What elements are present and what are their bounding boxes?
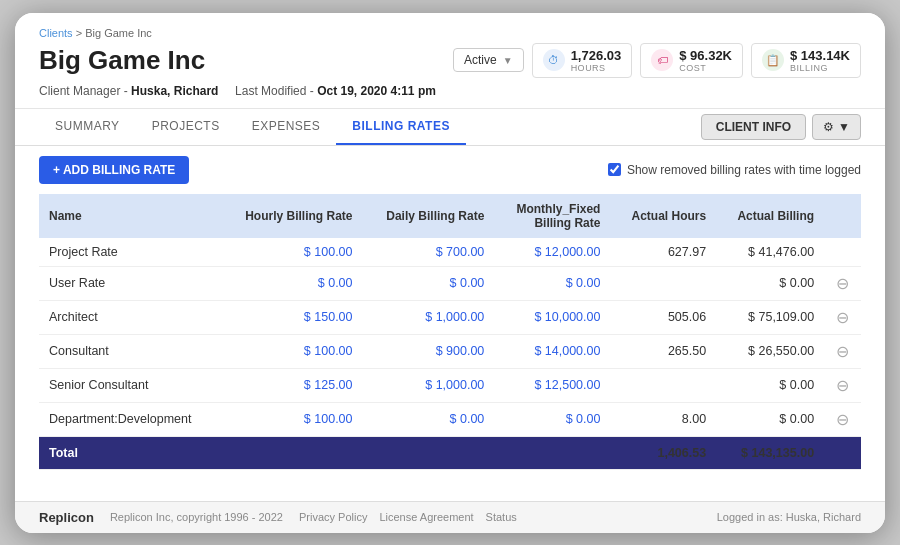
billing-label: BILLING [790, 63, 850, 73]
hours-label: HOURS [571, 63, 622, 73]
cell-actual-hours: 265.50 [610, 334, 716, 368]
tab-summary[interactable]: SUMMARY [39, 109, 136, 145]
header-stats: Active ▼ ⏱ 1,726.03 HOURS 🏷 $ 96.32K [453, 43, 861, 78]
cell-monthly-fixed: $ 12,500.00 [494, 368, 610, 402]
client-title: Big Game Inc [39, 45, 205, 76]
cell-daily: $ 1,000.00 [363, 300, 495, 334]
total-label: Total [39, 436, 220, 469]
breadcrumb-clients-link[interactable]: Clients [39, 27, 73, 39]
toolbar: + ADD BILLING RATE Show removed billing … [15, 146, 885, 194]
remove-icon[interactable]: ⊖ [824, 266, 861, 300]
tab-actions: CLIENT INFO ⚙ ▼ [701, 114, 861, 140]
tab-billing-rates[interactable]: BILLING RATES [336, 109, 466, 145]
footer-privacy-link[interactable]: Privacy Policy [299, 511, 367, 523]
total-hourly-empty [220, 436, 362, 469]
cell-actual-hours: 627.97 [610, 238, 716, 267]
remove-icon[interactable]: ⊖ [824, 402, 861, 436]
remove-icon [824, 238, 861, 267]
show-removed-label: Show removed billing rates with time log… [627, 163, 861, 177]
tab-projects[interactable]: PROJECTS [136, 109, 236, 145]
top-header: Clients > Big Game Inc Big Game Inc Acti… [15, 13, 885, 109]
cell-daily: $ 1,000.00 [363, 368, 495, 402]
hours-icon: ⏱ [543, 49, 565, 71]
show-removed-container: Show removed billing rates with time log… [608, 163, 861, 177]
col-action [824, 194, 861, 238]
cell-hourly: $ 100.00 [220, 238, 362, 267]
header-row: Big Game Inc Active ▼ ⏱ 1,726.03 HOURS [39, 43, 861, 78]
col-name: Name [39, 194, 220, 238]
cell-daily: $ 0.00 [363, 402, 495, 436]
table-row: Architect $ 150.00 $ 1,000.00 $ 10,000.0… [39, 300, 861, 334]
cell-actual-hours [610, 368, 716, 402]
remove-icon[interactable]: ⊖ [824, 300, 861, 334]
manager-label: Client Manager - [39, 84, 131, 98]
show-removed-checkbox[interactable] [608, 163, 621, 176]
total-monthly-empty [494, 436, 610, 469]
client-info-button[interactable]: CLIENT INFO [701, 114, 806, 140]
cell-hourly: $ 100.00 [220, 402, 362, 436]
cell-name: Senior Consultant [39, 368, 220, 402]
billing-stat-card: 📋 $ 143.14K BILLING [751, 43, 861, 78]
cell-monthly-fixed: $ 14,000.00 [494, 334, 610, 368]
total-daily-empty [363, 436, 495, 469]
chevron-down-icon: ▼ [503, 55, 513, 66]
modified-date: Oct 19, 2020 4:11 pm [317, 84, 436, 98]
cell-actual-hours [610, 266, 716, 300]
table-row: Senior Consultant $ 125.00 $ 1,000.00 $ … [39, 368, 861, 402]
gear-button[interactable]: ⚙ ▼ [812, 114, 861, 140]
hours-stat-info: 1,726.03 HOURS [571, 48, 622, 73]
hours-stat-card: ⏱ 1,726.03 HOURS [532, 43, 633, 78]
cost-stat-card: 🏷 $ 96.32K COST [640, 43, 743, 78]
table-row: User Rate $ 0.00 $ 0.00 $ 0.00 $ 0.00 ⊖ [39, 266, 861, 300]
footer-copyright: Replicon Inc, copyright 1996 - 2022 [110, 511, 283, 523]
manager-name: Huska, Richard [131, 84, 218, 98]
cell-name: Project Rate [39, 238, 220, 267]
cell-actual-billing: $ 26,550.00 [716, 334, 824, 368]
modified-label: Last Modified - [235, 84, 317, 98]
cell-hourly: $ 125.00 [220, 368, 362, 402]
total-actual-billing: $ 143,135.00 [716, 436, 824, 469]
table-row: Project Rate $ 100.00 $ 700.00 $ 12,000.… [39, 238, 861, 267]
table-row: Department:Development $ 100.00 $ 0.00 $… [39, 402, 861, 436]
billing-value: $ 143.14K [790, 48, 850, 63]
billing-rates-table-wrap: Name Hourly Billing Rate Daily Billing R… [15, 194, 885, 501]
cell-hourly: $ 150.00 [220, 300, 362, 334]
meta-row: Client Manager - Huska, Richard Last Mod… [39, 84, 861, 98]
cell-daily: $ 0.00 [363, 266, 495, 300]
remove-icon[interactable]: ⊖ [824, 368, 861, 402]
cell-actual-billing: $ 75,109.00 [716, 300, 824, 334]
cell-actual-billing: $ 0.00 [716, 266, 824, 300]
hours-value: 1,726.03 [571, 48, 622, 63]
add-billing-rate-button[interactable]: + ADD BILLING RATE [39, 156, 189, 184]
billing-rates-table: Name Hourly Billing Rate Daily Billing R… [39, 194, 861, 470]
footer-logged-in: Logged in as: Huska, Richard [717, 511, 861, 523]
footer-left: Replicon Replicon Inc, copyright 1996 - … [39, 510, 517, 525]
cell-hourly: $ 0.00 [220, 266, 362, 300]
col-actual-billing: Actual Billing [716, 194, 824, 238]
tab-expenses[interactable]: EXPENSES [236, 109, 337, 145]
cell-monthly-fixed: $ 0.00 [494, 266, 610, 300]
status-label: Active [464, 53, 497, 67]
footer-license-link[interactable]: License Agreement [379, 511, 473, 523]
total-actual-hours: 1,406.53 [610, 436, 716, 469]
gear-icon: ⚙ [823, 120, 834, 134]
status-badge[interactable]: Active ▼ [453, 48, 524, 72]
breadcrumb-separator: > [73, 27, 86, 39]
cell-monthly-fixed: $ 10,000.00 [494, 300, 610, 334]
col-hourly: Hourly Billing Rate [220, 194, 362, 238]
total-row: Total 1,406.53 $ 143,135.00 [39, 436, 861, 469]
footer: Replicon Replicon Inc, copyright 1996 - … [15, 501, 885, 533]
breadcrumb: Clients > Big Game Inc [39, 27, 861, 39]
total-action-empty [824, 436, 861, 469]
cell-monthly-fixed: $ 12,000.00 [494, 238, 610, 267]
col-monthly-fixed: Monthly_FixedBilling Rate [494, 194, 610, 238]
remove-icon[interactable]: ⊖ [824, 334, 861, 368]
cell-actual-billing: $ 0.00 [716, 368, 824, 402]
cell-name: Consultant [39, 334, 220, 368]
cost-icon: 🏷 [651, 49, 673, 71]
table-header-row: Name Hourly Billing Rate Daily Billing R… [39, 194, 861, 238]
device-frame: Clients > Big Game Inc Big Game Inc Acti… [15, 13, 885, 533]
footer-status-link[interactable]: Status [486, 511, 517, 523]
cell-actual-hours: 505.06 [610, 300, 716, 334]
table-row: Consultant $ 100.00 $ 900.00 $ 14,000.00… [39, 334, 861, 368]
